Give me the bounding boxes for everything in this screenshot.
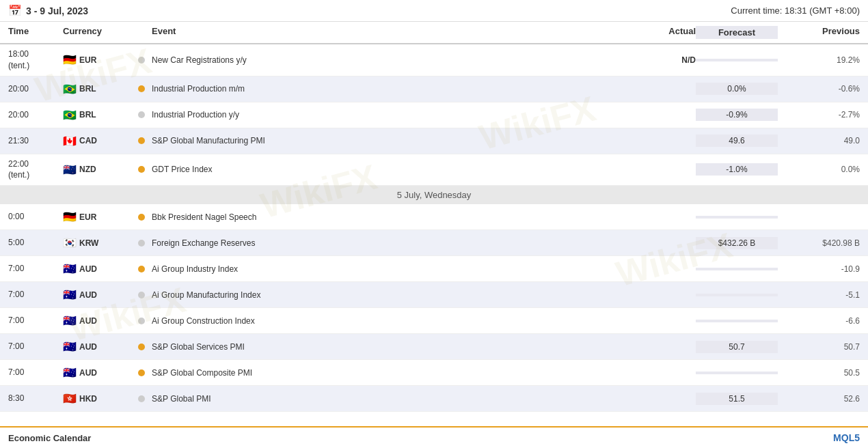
current-time-label: Current time:: [731, 5, 782, 16]
previous-value: 0.0%: [778, 165, 860, 174]
importance-dot: [138, 240, 145, 247]
importance-dot: [138, 166, 145, 173]
importance-cell: [131, 85, 152, 92]
time-cell: 18:00(tent.): [8, 48, 63, 72]
table-row: 7:00 🇦🇺 AUD Ai Group Industry Index -10.…: [0, 256, 868, 282]
rows-after-divider: 0:00 🇩🇪 EUR Bbk President Nagel Speech 5…: [0, 204, 868, 412]
flag-icon: 🇨🇦: [63, 135, 77, 148]
currency-cell: 🇦🇺 AUD: [63, 314, 131, 327]
flag-icon: 🇭🇰: [63, 392, 77, 405]
col-previous: Previous: [778, 26, 860, 39]
forecast-value: 51.5: [696, 393, 778, 405]
event-name: Ai Group Manufacturing Index: [152, 290, 614, 300]
previous-value: 50.5: [778, 368, 860, 378]
time-cell: 20:00: [8, 83, 63, 95]
date-range-text: 3 - 9 Jul, 2023: [26, 5, 88, 16]
actual-value: N/D: [614, 55, 696, 65]
flag-icon: 🇩🇪: [63, 53, 77, 66]
footer-label: Economic Calendar: [8, 433, 91, 443]
current-time-value: 18:31 (GMT +8:00): [785, 5, 860, 16]
header-bar: 📅 3 - 9 Jul, 2023 Current time: 18:31 (G…: [0, 0, 868, 22]
forecast-value: [696, 216, 778, 219]
event-name: Ai Group Industry Index: [152, 264, 614, 274]
col-currency: Currency: [63, 26, 131, 39]
calendar-icon: 📅: [8, 4, 22, 17]
previous-value: -10.9: [778, 264, 860, 274]
currency-code: HKD: [79, 394, 97, 404]
forecast-value: [696, 294, 778, 296]
time-cell: 8:30: [8, 393, 63, 404]
currency-cell: 🇭🇰 HKD: [63, 392, 131, 405]
event-name: New Car Registrations y/y: [152, 55, 614, 65]
time-cell: 7:00: [8, 315, 63, 326]
previous-value: -2.7%: [778, 110, 860, 120]
currency-code: BRL: [79, 110, 96, 120]
importance-cell: [131, 214, 152, 221]
previous-value: -6.6: [778, 316, 860, 326]
table-row: 20:00 🇧🇷 BRL Industrial Production y/y -…: [0, 102, 868, 128]
importance-cell: [131, 137, 152, 144]
event-name: Ai Group Construction Index: [152, 316, 614, 326]
flag-icon: 🇳🇿: [63, 163, 77, 176]
flag-icon: 🇰🇷: [63, 236, 77, 249]
time-cell: 21:30: [8, 135, 63, 147]
section-divider: 5 July, Wednesday: [0, 186, 868, 204]
event-name: Industrial Production m/m: [152, 84, 614, 94]
table-row: 20:00 🇧🇷 BRL Industrial Production m/m 0…: [0, 76, 868, 102]
importance-dot: [138, 369, 145, 376]
currency-code: AUD: [79, 264, 97, 274]
currency-cell: 🇧🇷 BRL: [63, 109, 131, 122]
flag-icon: 🇩🇪: [63, 210, 77, 223]
previous-value: $420.98 B: [778, 238, 860, 248]
importance-dot: [138, 57, 145, 64]
previous-value: -0.6%: [778, 84, 860, 94]
importance-cell: [131, 369, 152, 376]
table-row: 5:00 🇰🇷 KRW Foreign Exchange Reserves $4…: [0, 230, 868, 256]
col-event: Event: [152, 26, 614, 39]
time-cell: 5:00: [8, 237, 63, 249]
currency-code: CAD: [79, 136, 97, 145]
importance-cell: [131, 266, 152, 272]
flag-icon: 🇧🇷: [63, 109, 77, 122]
time-cell: 7:00: [8, 341, 63, 352]
event-name: Industrial Production y/y: [152, 110, 614, 120]
currency-code: AUD: [79, 316, 97, 326]
currency-code: BRL: [79, 84, 96, 94]
event-name: S&P Global Composite PMI: [152, 368, 614, 378]
table-row: 8:30 🇭🇰 HKD S&P Global PMI 51.5 52.6: [0, 386, 868, 412]
importance-dot: [138, 214, 145, 221]
importance-cell: [131, 111, 152, 118]
col-time: Time: [8, 26, 63, 39]
forecast-value: -0.9%: [696, 109, 778, 121]
event-name: Foreign Exchange Reserves: [152, 238, 614, 248]
col-actual: Actual: [614, 26, 696, 39]
flag-icon: 🇦🇺: [63, 262, 77, 275]
currency-cell: 🇧🇷 BRL: [63, 83, 131, 96]
currency-cell: 🇩🇪 EUR: [63, 53, 131, 66]
event-name: S&P Global PMI: [152, 394, 614, 404]
currency-code: EUR: [79, 212, 96, 222]
table-row: 18:00(tent.) 🇩🇪 EUR New Car Registration…: [0, 44, 868, 76]
importance-cell: [131, 292, 152, 298]
importance-dot: [138, 137, 145, 144]
importance-dot: [138, 292, 145, 298]
previous-value: 19.2%: [778, 55, 860, 65]
footer-bar: Economic Calendar MQL5: [0, 426, 868, 448]
currency-cell: 🇦🇺 AUD: [63, 366, 131, 379]
previous-value: 52.6: [778, 394, 860, 404]
col-importance: [131, 26, 152, 39]
forecast-value: [696, 268, 778, 270]
mql5-logo: MQL5: [833, 432, 860, 443]
time-cell: 20:00: [8, 109, 63, 121]
importance-cell: [131, 395, 152, 402]
forecast-value: [696, 59, 778, 61]
importance-dot: [138, 85, 145, 92]
event-name: S&P Global Services PMI: [152, 342, 614, 352]
previous-value: 49.0: [778, 136, 860, 145]
importance-cell: [131, 166, 152, 173]
importance-cell: [131, 57, 152, 64]
flag-icon: 🇦🇺: [63, 366, 77, 379]
time-cell: 7:00: [8, 289, 63, 300]
table-row: 7:00 🇦🇺 AUD S&P Global Composite PMI 50.…: [0, 360, 868, 386]
currency-code: EUR: [79, 55, 96, 65]
